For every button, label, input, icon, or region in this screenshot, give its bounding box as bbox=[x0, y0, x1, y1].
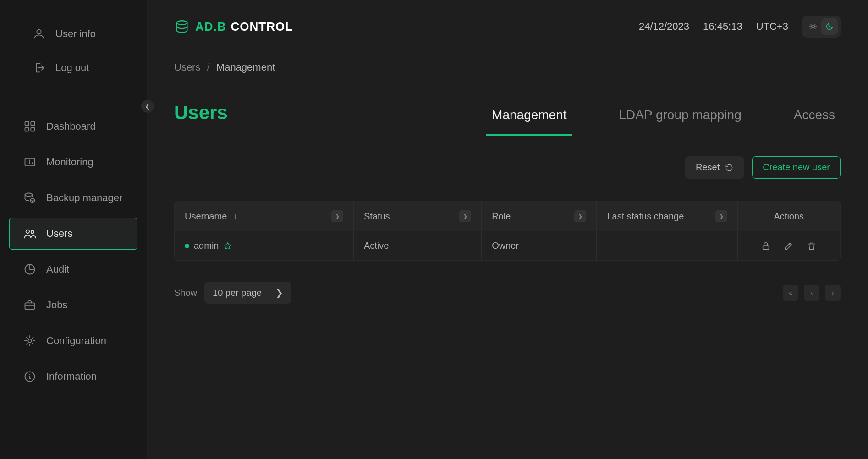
brand-secondary: CONTROL bbox=[231, 20, 293, 34]
lock-icon[interactable] bbox=[761, 241, 771, 251]
sidebar-item-users[interactable]: Users bbox=[9, 218, 137, 250]
sidebar-item-label: Log out bbox=[55, 62, 89, 74]
sidebar-item-configuration[interactable]: Configuration bbox=[0, 325, 147, 357]
per-page-value: 10 per page bbox=[213, 288, 262, 298]
breadcrumb: Users / Management bbox=[174, 61, 841, 73]
topbar-time: 16:45:13 bbox=[703, 21, 742, 33]
per-page-control: Show 10 per page ❯ bbox=[174, 282, 291, 304]
app-logo: AD.B CONTROL bbox=[174, 19, 293, 34]
dashboard-icon bbox=[23, 120, 36, 133]
dark-theme-button[interactable] bbox=[821, 18, 838, 35]
breadcrumb-root[interactable]: Users bbox=[174, 61, 200, 73]
col-status[interactable]: Status ❯ bbox=[354, 201, 482, 231]
info-icon bbox=[23, 370, 36, 383]
col-lastchange[interactable]: Last status change ❯ bbox=[597, 201, 737, 231]
double-chevron-left-icon: « bbox=[789, 289, 792, 296]
col-username-label: Username bbox=[185, 211, 227, 222]
table-head: Username ↓ ❯ Status ❯ Role ❯ Last status… bbox=[175, 201, 840, 231]
sidebar-item-label: Information bbox=[46, 371, 97, 382]
svg-rect-11 bbox=[25, 303, 35, 309]
svg-point-0 bbox=[37, 30, 41, 34]
reset-icon bbox=[725, 164, 733, 172]
show-label: Show bbox=[174, 288, 197, 298]
audit-icon bbox=[23, 263, 36, 276]
svg-rect-3 bbox=[25, 127, 29, 131]
cell-status: Active bbox=[354, 231, 482, 260]
pager: « ‹ › bbox=[783, 285, 841, 301]
topbar-date: 24/12/2023 bbox=[639, 21, 689, 33]
table-row: admin Active Owner - bbox=[175, 231, 840, 260]
pager-first[interactable]: « bbox=[783, 285, 798, 301]
reset-button[interactable]: Reset bbox=[685, 156, 744, 179]
create-user-label: Create new user bbox=[763, 162, 830, 173]
svg-point-8 bbox=[26, 230, 29, 233]
monitoring-icon bbox=[23, 156, 36, 169]
sidebar-item-label: Configuration bbox=[46, 335, 106, 347]
sidebar-item-label: Audit bbox=[46, 263, 69, 275]
sidebar-item-label: Jobs bbox=[46, 299, 67, 311]
sidebar-item-jobs[interactable]: Jobs bbox=[0, 289, 147, 321]
breadcrumb-sep: / bbox=[207, 61, 210, 73]
jobs-icon bbox=[23, 299, 36, 311]
status-dot-icon bbox=[185, 244, 189, 248]
svg-point-14 bbox=[177, 21, 187, 25]
page-title: Users bbox=[174, 102, 228, 136]
users-table: Username ↓ ❯ Status ❯ Role ❯ Last status… bbox=[174, 201, 841, 261]
chevron-right-icon: › bbox=[832, 289, 834, 296]
sidebar-item-label: User info bbox=[55, 28, 96, 40]
cell-lastchange: - bbox=[597, 231, 737, 260]
username-value: admin bbox=[194, 240, 219, 251]
filter-button[interactable]: ❯ bbox=[715, 210, 727, 222]
sidebar-item-monitoring[interactable]: Monitoring bbox=[0, 146, 147, 178]
sidebar-item-backup[interactable]: Backup manager bbox=[0, 182, 147, 214]
svg-rect-1 bbox=[25, 122, 29, 126]
logo-text: AD.B CONTROL bbox=[195, 20, 293, 34]
filter-button[interactable]: ❯ bbox=[459, 210, 471, 222]
col-role-label: Role bbox=[492, 211, 511, 222]
sun-icon bbox=[808, 22, 818, 31]
pager-prev[interactable]: ‹ bbox=[804, 285, 819, 301]
col-role[interactable]: Role ❯ bbox=[482, 201, 597, 231]
light-theme-button[interactable] bbox=[805, 18, 821, 35]
svg-point-9 bbox=[31, 230, 34, 233]
col-username[interactable]: Username ↓ ❯ bbox=[175, 201, 354, 231]
role-value: Owner bbox=[492, 240, 519, 251]
tab-access[interactable]: Access bbox=[788, 108, 841, 136]
star-icon[interactable] bbox=[223, 241, 232, 251]
pager-next[interactable]: › bbox=[825, 285, 841, 301]
col-actions: Actions bbox=[738, 201, 840, 231]
backup-icon bbox=[23, 191, 36, 204]
sidebar-item-label: Dashboard bbox=[46, 120, 96, 132]
filter-button[interactable]: ❯ bbox=[331, 210, 343, 222]
sidebar-collapse-button[interactable]: ❮ bbox=[141, 100, 154, 113]
sidebar-item-user-info[interactable]: User info bbox=[9, 18, 137, 50]
trash-icon[interactable] bbox=[807, 241, 817, 251]
svg-rect-2 bbox=[31, 122, 34, 126]
reset-label: Reset bbox=[696, 162, 720, 173]
lastchange-value: - bbox=[607, 240, 610, 251]
cell-role: Owner bbox=[482, 231, 597, 260]
database-icon bbox=[174, 19, 190, 34]
edit-icon[interactable] bbox=[784, 241, 794, 251]
filter-button[interactable]: ❯ bbox=[574, 210, 586, 222]
sidebar-item-dashboard[interactable]: Dashboard bbox=[0, 110, 147, 142]
sidebar-item-label: Backup manager bbox=[46, 192, 122, 204]
gear-icon bbox=[23, 334, 36, 347]
create-user-button[interactable]: Create new user bbox=[752, 156, 841, 179]
sidebar-item-logout[interactable]: Log out bbox=[9, 52, 137, 84]
col-actions-label: Actions bbox=[774, 211, 804, 222]
svg-rect-4 bbox=[31, 127, 34, 131]
tab-ldap[interactable]: LDAP group mapping bbox=[614, 108, 747, 136]
per-page-select[interactable]: 10 per page ❯ bbox=[204, 282, 291, 304]
sidebar-item-audit[interactable]: Audit bbox=[0, 253, 147, 285]
cell-actions bbox=[738, 231, 840, 260]
sidebar-item-label: Monitoring bbox=[46, 156, 93, 168]
chevron-right-icon: ❯ bbox=[275, 287, 283, 298]
page-header: Users Management LDAP group mapping Acce… bbox=[174, 102, 841, 136]
status-value: Active bbox=[364, 240, 389, 251]
sidebar-item-information[interactable]: Information bbox=[0, 361, 147, 393]
tab-management[interactable]: Management bbox=[486, 108, 572, 136]
chevron-left-icon: ‹ bbox=[811, 289, 813, 296]
actions-row: Reset Create new user bbox=[174, 156, 841, 179]
svg-point-12 bbox=[28, 339, 31, 342]
